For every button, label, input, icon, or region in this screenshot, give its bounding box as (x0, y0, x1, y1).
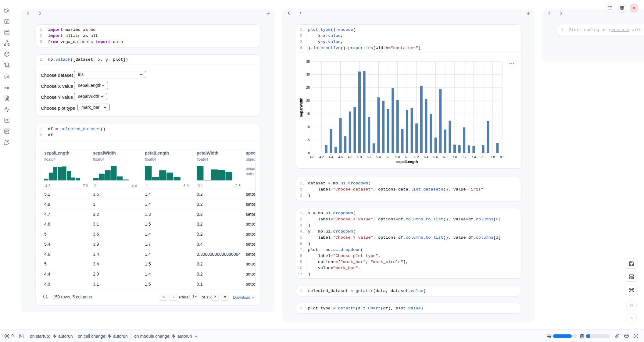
svg-text:6.6: 6.6 (433, 155, 438, 159)
svg-text:30: 30 (306, 73, 310, 76)
svg-text:5.8: 5.8 (395, 155, 400, 159)
svg-text:6.4: 6.4 (424, 155, 428, 159)
svg-text:5.6: 5.6 (386, 155, 390, 159)
svg-text:4.2: 4.2 (319, 155, 324, 159)
svg-text:6.0: 6.0 (405, 155, 410, 159)
svg-text:7.4: 7.4 (471, 155, 476, 159)
svg-text:sepalWidth: sepalWidth (299, 98, 303, 117)
svg-text:0: 0 (308, 151, 310, 155)
svg-text:4.0: 4.0 (310, 155, 314, 159)
svg-text:6.2: 6.2 (414, 155, 419, 159)
svg-text:15: 15 (306, 112, 310, 116)
svg-text:sepalLength: sepalLength (396, 160, 418, 164)
svg-text:6.8: 6.8 (443, 155, 447, 159)
svg-text:5.2: 5.2 (367, 155, 371, 159)
svg-text:25: 25 (306, 86, 310, 89)
svg-text:35: 35 (306, 60, 310, 63)
svg-text:4.8: 4.8 (348, 155, 352, 159)
svg-text:4.6: 4.6 (338, 155, 343, 159)
svg-text:7.2: 7.2 (462, 155, 467, 159)
svg-text:20: 20 (306, 99, 310, 102)
svg-text:7.6: 7.6 (481, 155, 485, 159)
svg-text:7.0: 7.0 (453, 155, 457, 159)
svg-text:7.8: 7.8 (490, 155, 495, 159)
svg-text:10: 10 (306, 125, 310, 129)
svg-text:5: 5 (308, 138, 310, 142)
svg-text:5.0: 5.0 (357, 155, 362, 159)
svg-text:8.0: 8.0 (500, 155, 505, 159)
svg-text:4.4: 4.4 (329, 155, 333, 159)
svg-text:5.4: 5.4 (376, 155, 381, 159)
